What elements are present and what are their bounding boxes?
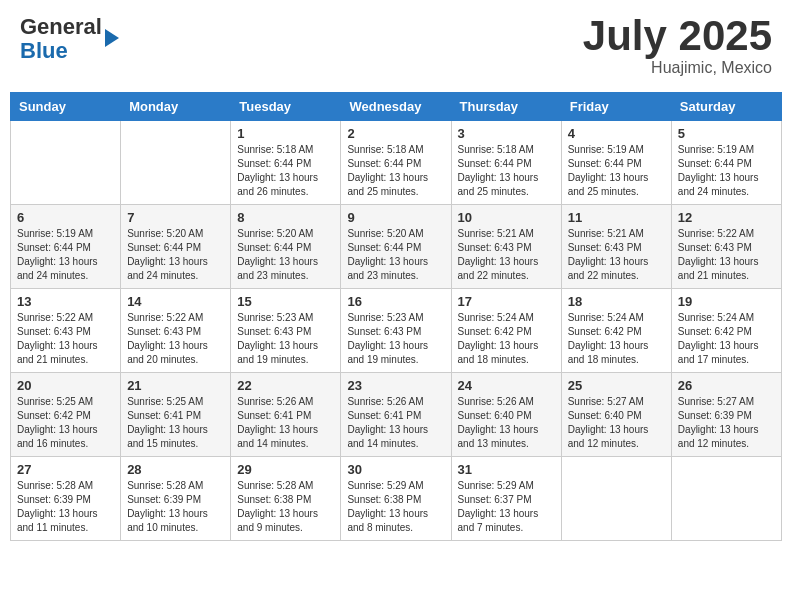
- day-info: Sunrise: 5:28 AMSunset: 6:39 PMDaylight:…: [17, 479, 114, 535]
- day-number: 20: [17, 378, 114, 393]
- day-number: 12: [678, 210, 775, 225]
- calendar-cell: 14Sunrise: 5:22 AMSunset: 6:43 PMDayligh…: [121, 289, 231, 373]
- day-number: 10: [458, 210, 555, 225]
- calendar-cell: 7Sunrise: 5:20 AMSunset: 6:44 PMDaylight…: [121, 205, 231, 289]
- day-info: Sunrise: 5:20 AMSunset: 6:44 PMDaylight:…: [237, 227, 334, 283]
- calendar-cell: 1Sunrise: 5:18 AMSunset: 6:44 PMDaylight…: [231, 121, 341, 205]
- day-number: 30: [347, 462, 444, 477]
- calendar-cell: 26Sunrise: 5:27 AMSunset: 6:39 PMDayligh…: [671, 373, 781, 457]
- calendar-cell: 3Sunrise: 5:18 AMSunset: 6:44 PMDaylight…: [451, 121, 561, 205]
- calendar-cell: 16Sunrise: 5:23 AMSunset: 6:43 PMDayligh…: [341, 289, 451, 373]
- logo-text: General Blue: [20, 15, 102, 63]
- calendar-cell: 27Sunrise: 5:28 AMSunset: 6:39 PMDayligh…: [11, 457, 121, 541]
- day-number: 28: [127, 462, 224, 477]
- title-block: July 2025 Huajimic, Mexico: [583, 15, 772, 77]
- day-info: Sunrise: 5:26 AMSunset: 6:41 PMDaylight:…: [237, 395, 334, 451]
- calendar-cell: 19Sunrise: 5:24 AMSunset: 6:42 PMDayligh…: [671, 289, 781, 373]
- day-info: Sunrise: 5:21 AMSunset: 6:43 PMDaylight:…: [568, 227, 665, 283]
- day-number: 24: [458, 378, 555, 393]
- calendar-cell: 31Sunrise: 5:29 AMSunset: 6:37 PMDayligh…: [451, 457, 561, 541]
- day-number: 31: [458, 462, 555, 477]
- day-number: 2: [347, 126, 444, 141]
- day-info: Sunrise: 5:24 AMSunset: 6:42 PMDaylight:…: [458, 311, 555, 367]
- calendar-cell: [11, 121, 121, 205]
- weekday-header-thursday: Thursday: [451, 93, 561, 121]
- day-info: Sunrise: 5:20 AMSunset: 6:44 PMDaylight:…: [127, 227, 224, 283]
- day-number: 15: [237, 294, 334, 309]
- day-info: Sunrise: 5:23 AMSunset: 6:43 PMDaylight:…: [237, 311, 334, 367]
- calendar-cell: 28Sunrise: 5:28 AMSunset: 6:39 PMDayligh…: [121, 457, 231, 541]
- calendar-week-row: 1Sunrise: 5:18 AMSunset: 6:44 PMDaylight…: [11, 121, 782, 205]
- day-number: 18: [568, 294, 665, 309]
- calendar-cell: 24Sunrise: 5:26 AMSunset: 6:40 PMDayligh…: [451, 373, 561, 457]
- day-number: 23: [347, 378, 444, 393]
- calendar-cell: [671, 457, 781, 541]
- day-number: 8: [237, 210, 334, 225]
- calendar-week-row: 13Sunrise: 5:22 AMSunset: 6:43 PMDayligh…: [11, 289, 782, 373]
- day-number: 29: [237, 462, 334, 477]
- calendar-cell: 30Sunrise: 5:29 AMSunset: 6:38 PMDayligh…: [341, 457, 451, 541]
- day-info: Sunrise: 5:29 AMSunset: 6:38 PMDaylight:…: [347, 479, 444, 535]
- logo-arrow-icon: [105, 29, 119, 47]
- day-number: 6: [17, 210, 114, 225]
- calendar-table: SundayMondayTuesdayWednesdayThursdayFrid…: [10, 92, 782, 541]
- calendar-cell: 29Sunrise: 5:28 AMSunset: 6:38 PMDayligh…: [231, 457, 341, 541]
- day-info: Sunrise: 5:29 AMSunset: 6:37 PMDaylight:…: [458, 479, 555, 535]
- calendar-cell: 18Sunrise: 5:24 AMSunset: 6:42 PMDayligh…: [561, 289, 671, 373]
- calendar-cell: 6Sunrise: 5:19 AMSunset: 6:44 PMDaylight…: [11, 205, 121, 289]
- day-info: Sunrise: 5:26 AMSunset: 6:40 PMDaylight:…: [458, 395, 555, 451]
- day-number: 14: [127, 294, 224, 309]
- day-info: Sunrise: 5:18 AMSunset: 6:44 PMDaylight:…: [458, 143, 555, 199]
- day-info: Sunrise: 5:19 AMSunset: 6:44 PMDaylight:…: [568, 143, 665, 199]
- logo-blue: Blue: [20, 38, 68, 63]
- day-number: 25: [568, 378, 665, 393]
- day-number: 21: [127, 378, 224, 393]
- calendar-cell: [561, 457, 671, 541]
- calendar-cell: 10Sunrise: 5:21 AMSunset: 6:43 PMDayligh…: [451, 205, 561, 289]
- day-info: Sunrise: 5:27 AMSunset: 6:40 PMDaylight:…: [568, 395, 665, 451]
- day-info: Sunrise: 5:26 AMSunset: 6:41 PMDaylight:…: [347, 395, 444, 451]
- calendar-cell: 5Sunrise: 5:19 AMSunset: 6:44 PMDaylight…: [671, 121, 781, 205]
- calendar-cell: 2Sunrise: 5:18 AMSunset: 6:44 PMDaylight…: [341, 121, 451, 205]
- day-info: Sunrise: 5:19 AMSunset: 6:44 PMDaylight:…: [17, 227, 114, 283]
- day-info: Sunrise: 5:23 AMSunset: 6:43 PMDaylight:…: [347, 311, 444, 367]
- day-info: Sunrise: 5:19 AMSunset: 6:44 PMDaylight:…: [678, 143, 775, 199]
- calendar-cell: 4Sunrise: 5:19 AMSunset: 6:44 PMDaylight…: [561, 121, 671, 205]
- day-info: Sunrise: 5:20 AMSunset: 6:44 PMDaylight:…: [347, 227, 444, 283]
- logo: General Blue: [20, 15, 119, 63]
- day-number: 22: [237, 378, 334, 393]
- day-number: 27: [17, 462, 114, 477]
- calendar-cell: 20Sunrise: 5:25 AMSunset: 6:42 PMDayligh…: [11, 373, 121, 457]
- month-title: July 2025: [583, 15, 772, 57]
- day-info: Sunrise: 5:24 AMSunset: 6:42 PMDaylight:…: [568, 311, 665, 367]
- day-number: 13: [17, 294, 114, 309]
- calendar-week-row: 27Sunrise: 5:28 AMSunset: 6:39 PMDayligh…: [11, 457, 782, 541]
- calendar-cell: 15Sunrise: 5:23 AMSunset: 6:43 PMDayligh…: [231, 289, 341, 373]
- weekday-header-sunday: Sunday: [11, 93, 121, 121]
- weekday-header-tuesday: Tuesday: [231, 93, 341, 121]
- weekday-header-friday: Friday: [561, 93, 671, 121]
- calendar-cell: 25Sunrise: 5:27 AMSunset: 6:40 PMDayligh…: [561, 373, 671, 457]
- calendar-cell: 23Sunrise: 5:26 AMSunset: 6:41 PMDayligh…: [341, 373, 451, 457]
- calendar-cell: [121, 121, 231, 205]
- day-number: 17: [458, 294, 555, 309]
- day-number: 3: [458, 126, 555, 141]
- day-info: Sunrise: 5:22 AMSunset: 6:43 PMDaylight:…: [17, 311, 114, 367]
- day-info: Sunrise: 5:28 AMSunset: 6:38 PMDaylight:…: [237, 479, 334, 535]
- day-info: Sunrise: 5:27 AMSunset: 6:39 PMDaylight:…: [678, 395, 775, 451]
- weekday-header-saturday: Saturday: [671, 93, 781, 121]
- day-number: 16: [347, 294, 444, 309]
- day-info: Sunrise: 5:22 AMSunset: 6:43 PMDaylight:…: [127, 311, 224, 367]
- page-header: General Blue July 2025 Huajimic, Mexico: [10, 10, 782, 82]
- day-info: Sunrise: 5:21 AMSunset: 6:43 PMDaylight:…: [458, 227, 555, 283]
- calendar-cell: 11Sunrise: 5:21 AMSunset: 6:43 PMDayligh…: [561, 205, 671, 289]
- calendar-week-row: 20Sunrise: 5:25 AMSunset: 6:42 PMDayligh…: [11, 373, 782, 457]
- day-number: 5: [678, 126, 775, 141]
- day-info: Sunrise: 5:25 AMSunset: 6:42 PMDaylight:…: [17, 395, 114, 451]
- day-info: Sunrise: 5:18 AMSunset: 6:44 PMDaylight:…: [237, 143, 334, 199]
- day-info: Sunrise: 5:25 AMSunset: 6:41 PMDaylight:…: [127, 395, 224, 451]
- day-info: Sunrise: 5:22 AMSunset: 6:43 PMDaylight:…: [678, 227, 775, 283]
- day-number: 7: [127, 210, 224, 225]
- calendar-cell: 17Sunrise: 5:24 AMSunset: 6:42 PMDayligh…: [451, 289, 561, 373]
- weekday-header-monday: Monday: [121, 93, 231, 121]
